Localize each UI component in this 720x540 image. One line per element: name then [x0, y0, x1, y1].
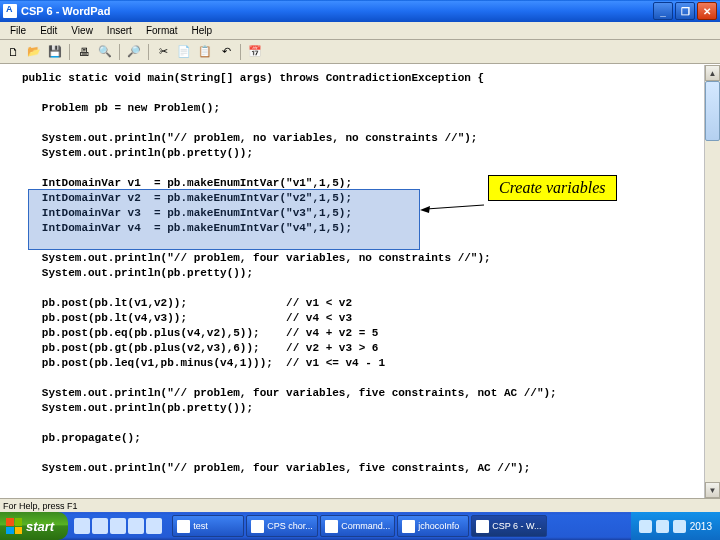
document-text[interactable]: public static void main(String[] args) t… [0, 65, 720, 476]
save-button[interactable]: 💾 [46, 43, 64, 61]
tray-icon[interactable] [639, 520, 652, 533]
editor-area[interactable]: public static void main(String[] args) t… [0, 64, 720, 498]
clock[interactable]: 2013 [690, 521, 712, 532]
taskbar: start test CPS chor... Command... jchoco… [0, 512, 720, 540]
wordpad-icon [476, 520, 489, 533]
menu-bar: File Edit View Insert Format Help [0, 22, 720, 40]
start-label: start [26, 519, 54, 534]
cut-button[interactable]: ✂ [154, 43, 172, 61]
menu-view[interactable]: View [65, 24, 99, 37]
quicklaunch-icon[interactable] [128, 518, 144, 534]
system-tray: 2013 [631, 512, 720, 540]
scroll-thumb[interactable] [705, 81, 720, 141]
quicklaunch-icon[interactable] [110, 518, 126, 534]
quick-launch [68, 518, 168, 534]
quicklaunch-icon[interactable] [146, 518, 162, 534]
open-button[interactable]: 📂 [25, 43, 43, 61]
annotation-callout: Create variables [488, 175, 617, 201]
tray-icon[interactable] [673, 520, 686, 533]
toolbar-separator [240, 44, 241, 60]
window-title: CSP 6 - WordPad [21, 5, 653, 17]
status-bar: For Help, press F1 [0, 498, 720, 512]
toolbar-separator [69, 44, 70, 60]
print-preview-button[interactable]: 🔍 [96, 43, 114, 61]
toolbar-separator [148, 44, 149, 60]
toolbar-separator [119, 44, 120, 60]
cmd-icon [325, 520, 338, 533]
paste-button[interactable]: 📋 [196, 43, 214, 61]
status-text: For Help, press F1 [3, 501, 78, 511]
menu-file[interactable]: File [4, 24, 32, 37]
menu-insert[interactable]: Insert [101, 24, 138, 37]
task-label: jchocoInfo [418, 521, 459, 531]
vertical-scrollbar[interactable]: ▲ ▼ [704, 65, 720, 498]
task-button[interactable]: CPS chor... [246, 515, 318, 537]
menu-help[interactable]: Help [186, 24, 219, 37]
wordpad-icon [3, 4, 17, 18]
task-label: CSP 6 - W... [492, 521, 541, 531]
close-button[interactable]: ✕ [697, 2, 717, 20]
maximize-button[interactable]: ❐ [675, 2, 695, 20]
menu-edit[interactable]: Edit [34, 24, 63, 37]
tray-icon[interactable] [656, 520, 669, 533]
svg-line-0 [426, 205, 484, 209]
toolbar: 🗋 📂 💾 🖶 🔍 🔎 ✂ 📄 📋 ↶ 📅 [0, 40, 720, 64]
menu-format[interactable]: Format [140, 24, 184, 37]
start-button[interactable]: start [0, 512, 68, 540]
find-button[interactable]: 🔎 [125, 43, 143, 61]
task-button[interactable]: test [172, 515, 244, 537]
app-icon [402, 520, 415, 533]
selection-highlight [28, 189, 420, 250]
datetime-button[interactable]: 📅 [246, 43, 264, 61]
task-button-active[interactable]: CSP 6 - W... [471, 515, 546, 537]
undo-button[interactable]: ↶ [217, 43, 235, 61]
taskbar-tasks: test CPS chor... Command... jchocoInfo C… [168, 515, 631, 537]
quicklaunch-icon[interactable] [92, 518, 108, 534]
scroll-up-button[interactable]: ▲ [705, 65, 720, 81]
quicklaunch-icon[interactable] [74, 518, 90, 534]
windows-logo-icon [6, 518, 22, 534]
folder-icon [177, 520, 190, 533]
task-button[interactable]: Command... [320, 515, 395, 537]
copy-button[interactable]: 📄 [175, 43, 193, 61]
task-label: CPS chor... [267, 521, 313, 531]
scroll-down-button[interactable]: ▼ [705, 482, 720, 498]
app-icon [251, 520, 264, 533]
minimize-button[interactable]: _ [653, 2, 673, 20]
svg-marker-1 [420, 206, 430, 213]
new-button[interactable]: 🗋 [4, 43, 22, 61]
print-button[interactable]: 🖶 [75, 43, 93, 61]
window-titlebar: CSP 6 - WordPad _ ❐ ✕ [0, 0, 720, 22]
task-button[interactable]: jchocoInfo [397, 515, 469, 537]
task-label: test [193, 521, 208, 531]
task-label: Command... [341, 521, 390, 531]
annotation-arrow [420, 205, 480, 206]
